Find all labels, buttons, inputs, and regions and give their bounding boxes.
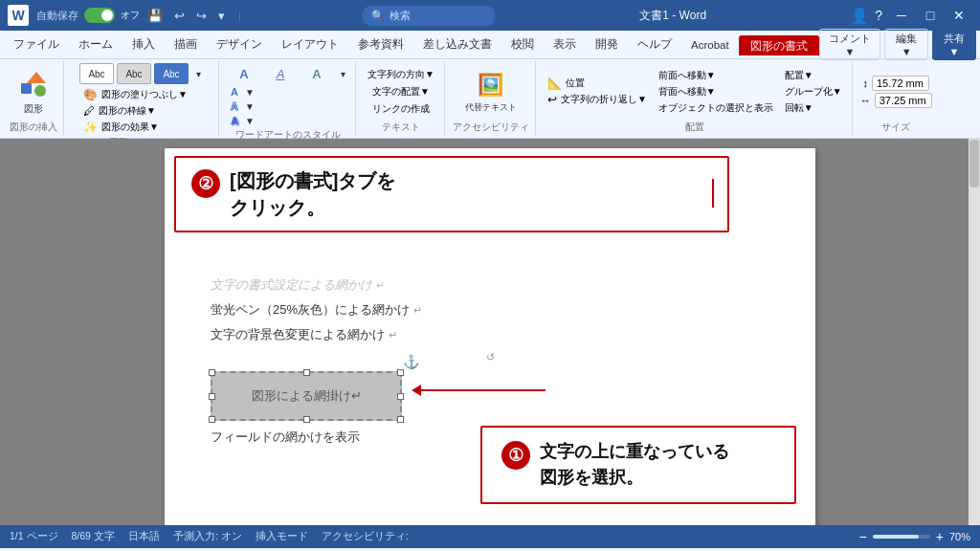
link-button[interactable]: リンクの作成 — [368, 101, 434, 117]
save-button[interactable]: 💾 — [144, 7, 167, 25]
wrap-text-button[interactable]: ↩ 文字列の折り返し▼ — [544, 92, 651, 107]
send-backward-button[interactable]: 背面へ移動▼ — [655, 84, 777, 99]
callout-number-2: ② — [191, 169, 220, 198]
handle-ml[interactable] — [209, 393, 215, 400]
text-outline-button[interactable]: A ▼ — [227, 99, 258, 113]
handle-br[interactable] — [397, 416, 404, 423]
line3-text: 文字の背景色変更による網かけ — [211, 326, 385, 343]
handle-bl[interactable] — [209, 416, 215, 423]
restore-button[interactable]: □ — [917, 2, 944, 29]
zoom-slider[interactable] — [873, 535, 930, 539]
zoom-in-button[interactable]: + — [936, 529, 944, 544]
ribbon-content: 図形 図形の挿入 Abc Abc Abc ▾ 🎨 図形の塗りつぶし▼ — [0, 59, 980, 138]
tab-layout[interactable]: レイアウト — [272, 33, 348, 55]
arrange-content: 📐 位置 ↩ 文字列の折り返し▼ 前面へ移動▼ 背面へ移動▼ — [544, 63, 846, 120]
outline-icon: 🖊 — [83, 104, 95, 118]
arrow-head — [412, 385, 421, 396]
status-language[interactable]: 日本語 — [128, 530, 160, 543]
scrollbar-thumb[interactable] — [969, 140, 979, 187]
customize-qa-button[interactable]: ▾ — [214, 7, 229, 25]
tab-mailings[interactable]: 差し込み文書 — [413, 33, 501, 55]
wordart-style-2[interactable]: A — [263, 63, 298, 84]
tab-review[interactable]: 校閲 — [501, 33, 544, 55]
style-samples: Abc Abc Abc ▾ — [79, 63, 205, 84]
tab-view[interactable]: 表示 — [544, 33, 586, 55]
group-label-size: サイズ — [881, 120, 910, 134]
search-icon: 🔍 — [371, 10, 385, 22]
wordart-style-3[interactable]: A — [300, 63, 334, 84]
user-account-button[interactable]: 👤 — [850, 7, 869, 25]
text-direction-button[interactable]: 文字列の方向▼ — [364, 67, 438, 82]
effect-label: 図形の効果▼ — [101, 121, 159, 134]
shape-format-col: 🎨 図形の塗りつぶし▼ 🖊 図形の枠線▼ ✨ 図形の効果▼ — [79, 87, 191, 135]
wordart-style-1[interactable]: A — [227, 63, 261, 84]
select-pane-button[interactable]: オブジェクトの選択と表示 — [655, 100, 777, 116]
fill-label: 図形の塗りつぶし▼ — [101, 88, 188, 101]
tab-design[interactable]: デザイン — [207, 33, 272, 55]
redo-button[interactable]: ↪ — [192, 7, 211, 25]
close-button[interactable]: ✕ — [946, 2, 972, 29]
replace-text-button[interactable]: 🖼️ 代替テキスト — [461, 68, 521, 115]
share-button[interactable]: 共有▼ — [932, 29, 976, 60]
style-sample-1[interactable]: Abc — [79, 63, 114, 84]
tab-dev[interactable]: 開発 — [586, 33, 628, 55]
handle-tr[interactable] — [397, 369, 404, 376]
zoom-fill — [873, 535, 919, 539]
handle-tc[interactable] — [303, 369, 310, 376]
handle-bc[interactable] — [303, 416, 310, 423]
bring-fwd-label: 前面へ移動▼ — [658, 69, 716, 82]
refresh-icon: ↺ — [211, 351, 769, 364]
shape-effect-button[interactable]: ✨ 図形の効果▼ — [79, 120, 191, 135]
tab-references[interactable]: 参考資料 — [348, 33, 413, 55]
word-icon: W — [8, 5, 29, 26]
scrollbar[interactable] — [969, 139, 980, 525]
edit-button[interactable]: 編集▼ — [884, 29, 928, 60]
tab-draw[interactable]: 描画 — [165, 33, 207, 55]
help-icon-button[interactable]: ? — [875, 8, 882, 23]
zoom-out-button[interactable]: − — [859, 529, 867, 544]
tab-shape-format[interactable]: 図形の書式 — [739, 35, 819, 55]
style-sample-2[interactable]: Abc — [117, 63, 151, 84]
tab-insert[interactable]: 挿入 — [122, 33, 165, 55]
replace-text-icon: 🖼️ — [476, 70, 506, 100]
width-input[interactable]: 37.25 mm — [875, 93, 932, 108]
search-box[interactable]: 🔍 検索 — [362, 6, 496, 26]
tab-acrobat[interactable]: Acrobat — [681, 35, 739, 55]
comment-button[interactable]: コメント▼ — [819, 29, 881, 60]
text-fill-button[interactable]: A ▼ — [227, 85, 258, 99]
status-insert-mode[interactable]: 挿入モード — [256, 530, 308, 543]
text-effect-button[interactable]: A ▼ — [227, 114, 258, 127]
shapes-button[interactable]: 図形 — [12, 65, 55, 118]
tab-help[interactable]: ヘルプ — [628, 33, 681, 55]
anchor-icon: ⚓ — [403, 354, 419, 369]
height-input[interactable]: 15.72 mm — [872, 76, 929, 91]
group-accessibility: 🖼️ 代替テキスト アクセシビリティ — [447, 61, 536, 136]
shape-text: 図形による網掛け↵ — [252, 387, 362, 405]
tab-home[interactable]: ホーム — [69, 33, 122, 55]
more-styles-button[interactable]: ▾ — [191, 69, 205, 79]
group-button[interactable]: グループ化▼ — [781, 84, 846, 99]
minimize-button[interactable]: ─ — [888, 2, 915, 29]
style-sample-3[interactable]: Abc — [154, 63, 189, 84]
rotate-button[interactable]: 回転▼ — [781, 100, 846, 116]
bring-forward-button[interactable]: 前面へ移動▼ — [655, 68, 777, 83]
more-wordart-button[interactable]: ▾ — [336, 69, 349, 79]
handle-tl[interactable] — [209, 369, 215, 376]
shape-box-area: ⚓ 図形による網掛け↵ — [211, 371, 769, 421]
callout-text-bottom: 文字の上に重なっている 図形を選択。 — [540, 439, 729, 491]
shape-outline-button[interactable]: 🖊 図形の枠線▼ — [79, 103, 191, 119]
zoom-percent: 70% — [949, 531, 970, 542]
wrap-text-label: 文字列の折り返し▼ — [561, 93, 647, 106]
arrow-line — [421, 389, 546, 391]
undo-button[interactable]: ↩ — [170, 7, 189, 25]
status-page: 1/1 ページ — [10, 530, 58, 543]
height-icon: ↕ — [862, 77, 868, 89]
autosave-toggle[interactable] — [84, 8, 115, 23]
align-button[interactable]: 配置▼ — [781, 68, 846, 83]
text-align-button[interactable]: 文字の配置▼ — [368, 84, 434, 99]
handle-mr[interactable] — [397, 393, 404, 400]
shape-fill-button[interactable]: 🎨 図形の塗りつぶし▼ — [79, 87, 191, 102]
tab-file[interactable]: ファイル — [4, 33, 69, 55]
shape-box[interactable]: 図形による網掛け↵ — [211, 371, 402, 421]
position-button[interactable]: 📐 位置 — [544, 76, 651, 91]
